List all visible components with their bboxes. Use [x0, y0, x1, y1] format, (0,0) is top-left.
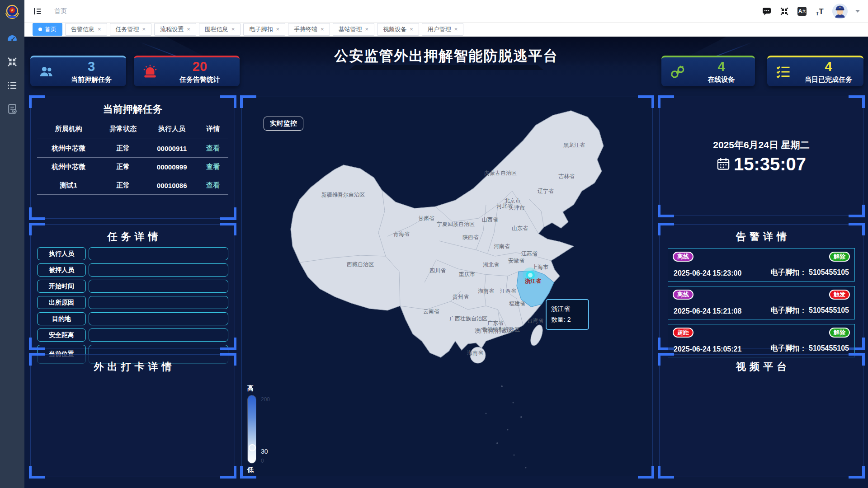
panel-corner [29, 223, 45, 235]
view-link[interactable]: 查看 [198, 163, 228, 171]
panel-task-detail: 任务详情 执行人员被押人员开始时间出所原因目的地安全距离当前位置 [30, 224, 235, 349]
realtime-monitor-button[interactable]: 实时监控 [264, 117, 303, 131]
alarm-status-badge: 解除 [829, 252, 850, 262]
current-tasks-body: 杭州中芯微正常00000911查看杭州中芯微正常00000999查看测试1正常0… [31, 139, 235, 195]
table-cell: 00000999 [146, 163, 198, 171]
active-tab-dot [38, 28, 42, 31]
chevron-down-icon[interactable] [855, 10, 860, 13]
panel-alarms: 告警详情 离线解除2025-06-24 15:23:00电子脚扣： 510545… [659, 224, 863, 349]
tab-流程设置[interactable]: 流程设置× [154, 23, 196, 36]
menu-toggle-icon[interactable] [33, 6, 42, 16]
panel-corner [220, 207, 236, 220]
tab-电子脚扣[interactable]: 电子脚扣× [243, 23, 285, 36]
view-link[interactable]: 查看 [198, 144, 228, 153]
tab-label: 基站管理 [339, 23, 362, 35]
field-label: 出所原因 [37, 296, 86, 309]
legend-high-label: 高 [247, 385, 256, 393]
table-row: 测试1正常00010086查看 [37, 176, 228, 195]
panel-title: 告警详情 [660, 225, 863, 244]
legend-gradient-bar[interactable] [248, 395, 256, 463]
alarm-status-badge: 解除 [829, 328, 850, 338]
tab-告警信息[interactable]: 告警信息× [65, 23, 107, 36]
tab-close-icon[interactable]: × [98, 23, 101, 35]
alarm-list: 离线解除2025-06-24 15:23:00电子脚扣： 5105455105离… [660, 248, 863, 357]
tab-close-icon[interactable]: × [276, 23, 279, 35]
alarm-card: 离线触发2025-06-24 15:21:08电子脚扣： 5105455105 [668, 286, 855, 319]
panel-map: 黑龙江省吉林省辽宁省内蒙古自治区北京市河北省天津市山西省山东省甘肃省宁夏回族自治… [241, 97, 653, 477]
column-header: 所属机构 [37, 125, 100, 133]
stat-label: 当日已完成任务 [800, 75, 857, 84]
stat-value: 4 [694, 60, 749, 73]
tab-label: 用户管理 [428, 23, 451, 35]
stat-card-online-devices: 4在线设备 [661, 56, 755, 86]
legend-max: 200 [261, 396, 270, 403]
header-decoration-strip [349, 65, 543, 70]
sidebar-item-collapse[interactable] [6, 56, 18, 68]
legend-min: 0 [261, 458, 264, 464]
legend-current: 30 [261, 448, 268, 455]
panel-corner [849, 466, 865, 479]
tab-close-icon[interactable]: × [187, 23, 190, 35]
island-hainan [470, 347, 486, 363]
alarm-time: 2025-06-24 15:21:08 [674, 307, 741, 315]
detail-row: 开始时间 [37, 280, 228, 293]
tab-任务管理[interactable]: 任务管理× [110, 23, 152, 36]
panel-corner [29, 466, 45, 479]
detail-row: 目的地 [37, 312, 228, 325]
avatar[interactable] [832, 4, 848, 19]
legend-handle[interactable] [249, 444, 256, 451]
tab-close-icon[interactable]: × [410, 23, 413, 35]
panel-corner [29, 338, 45, 350]
message-icon[interactable] [762, 6, 772, 16]
view-link[interactable]: 查看 [198, 181, 228, 190]
panel-corner [220, 338, 236, 350]
tab-label: 电子脚扣 [249, 23, 273, 35]
panel-checkin: 外出打卡详情 [30, 354, 235, 477]
zhejiang-marker [523, 267, 538, 283]
tab-视频设备[interactable]: 视频设备× [377, 23, 419, 36]
detail-row: 出所原因 [37, 296, 228, 309]
tab-close-icon[interactable]: × [142, 23, 146, 35]
fullscreen-exit-icon[interactable] [779, 6, 789, 16]
panel-corner [220, 466, 236, 479]
tab-围栏信息[interactable]: 围栏信息× [199, 23, 241, 36]
sidebar-item-report[interactable] [6, 103, 18, 115]
sidebar-item-list[interactable] [6, 80, 18, 91]
table-cell: 00010086 [146, 182, 198, 189]
sidebar-item-dashboard[interactable] [6, 33, 18, 44]
stat-card-completed-tasks: 4当日已完成任务 [767, 56, 863, 86]
police-badge-logo [4, 4, 21, 21]
list-icon [6, 80, 18, 91]
panel-corner [658, 223, 674, 235]
tab-close-icon[interactable]: × [454, 23, 458, 35]
topbar: 首页 A文 TT [24, 0, 868, 23]
alarm-status-badge: 触发 [829, 290, 850, 300]
stat-label: 在线设备 [694, 75, 749, 84]
map-tooltip: 浙江省 数量: 2 [546, 299, 589, 330]
field-label: 执行人员 [37, 247, 86, 260]
tab-label: 围栏信息 [205, 23, 228, 35]
dashboard: 公安监管外出押解智能防脱逃平台 3当前押解任务 20任务告警统计 4在线设备 4… [24, 37, 868, 488]
tab-label: 手持终端 [294, 23, 317, 35]
tooltip-count: 数量: 2 [551, 314, 584, 325]
alarm-device: 电子脚扣： 5105455105 [771, 306, 849, 315]
tab-基站管理[interactable]: 基站管理× [333, 23, 375, 36]
field-label: 开始时间 [37, 280, 86, 293]
font-size-icon[interactable]: TT [815, 6, 825, 16]
calendar-icon [717, 157, 730, 171]
column-header: 执行人员 [146, 125, 198, 133]
panel-current-tasks: 当前押解任务 所属机构 异常状态 执行人员 详情 杭州中芯微正常00000911… [30, 97, 235, 219]
tooltip-province: 浙江省 [551, 304, 584, 314]
tab-close-icon[interactable]: × [365, 23, 369, 35]
tab-close-icon[interactable]: × [231, 23, 235, 35]
users-icon [30, 64, 63, 80]
tab-用户管理[interactable]: 用户管理× [422, 23, 464, 36]
tab-close-icon[interactable]: × [321, 23, 324, 35]
tab-手持终端[interactable]: 手持终端× [288, 23, 330, 36]
panel-corner [849, 223, 865, 235]
island-taiwan [528, 324, 545, 347]
language-icon[interactable]: A文 [797, 6, 807, 16]
china-map[interactable] [242, 97, 653, 478]
field-value [89, 328, 228, 342]
tab-首页[interactable]: 首页 [33, 23, 62, 36]
